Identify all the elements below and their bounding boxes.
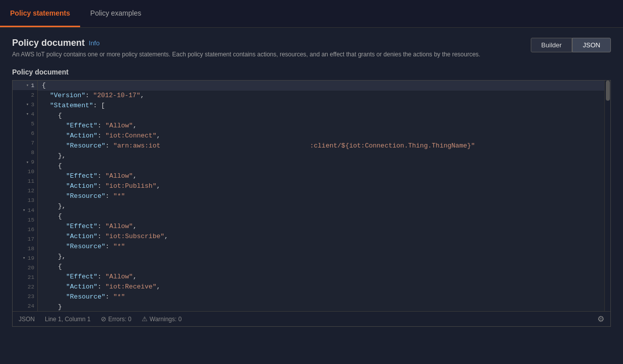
policy-doc-label: Policy document bbox=[12, 68, 611, 76]
errors-label: Errors: 0 bbox=[108, 316, 132, 323]
code-line-20: "Effect": "Allow", bbox=[38, 272, 604, 282]
code-line-3: "Statement": [ bbox=[38, 101, 604, 111]
code-line-6: "Action": "iot:Connect", bbox=[38, 131, 604, 141]
scrollbar[interactable] bbox=[604, 81, 610, 311]
editor-body: ▾ 1 2 ▾3 ▾4 5 6 7 8 ▾9 10 11 12 13 ▾14 1… bbox=[13, 81, 610, 311]
line-number-14: ▾14 bbox=[13, 205, 37, 215]
policy-description: An AWS IoT policy contains one or more p… bbox=[12, 51, 480, 58]
tab-policy-statements-label: Policy statements bbox=[10, 9, 70, 17]
status-bar: JSON Line 1, Column 1 ⊘ Errors: 0 ⚠ Warn… bbox=[13, 311, 610, 326]
code-line-17: "Resource": "*" bbox=[38, 242, 604, 252]
line-number-6: 6 bbox=[13, 128, 37, 138]
code-line-19: { bbox=[38, 262, 604, 272]
line-number-8: 8 bbox=[13, 148, 37, 158]
error-count: ⊘ Errors: 0 bbox=[101, 315, 132, 323]
settings-icon[interactable]: ⚙ bbox=[597, 314, 604, 324]
code-area[interactable]: { "Version": "2012-10-17", "Statement": … bbox=[38, 81, 604, 311]
line-number-7: 7 bbox=[13, 138, 37, 148]
editor-mode: JSON bbox=[19, 316, 35, 323]
tab-bar: Policy statements Policy examples bbox=[0, 0, 623, 28]
code-line-18: }, bbox=[38, 252, 604, 262]
line-number-9: ▾9 bbox=[13, 158, 37, 167]
info-link[interactable]: Info bbox=[89, 39, 100, 47]
policy-document-title-text: Policy document bbox=[12, 38, 85, 48]
error-icon: ⊘ bbox=[101, 315, 106, 323]
code-lines: { "Version": "2012-10-17", "Statement": … bbox=[38, 81, 604, 311]
code-line-16: "Action": "iot:Subscribe", bbox=[38, 232, 604, 242]
builder-button[interactable]: Builder bbox=[531, 38, 572, 52]
line-number-12: 12 bbox=[13, 186, 37, 196]
tab-policy-examples[interactable]: Policy examples bbox=[80, 0, 151, 27]
json-button[interactable]: JSON bbox=[572, 38, 611, 52]
warnings-label: Warnings: 0 bbox=[150, 316, 182, 323]
code-line-23: } bbox=[38, 302, 604, 311]
mode-label: JSON bbox=[19, 316, 35, 323]
code-line-7: "Resource": "arn:aws:iot :client/${iot:C… bbox=[38, 141, 604, 151]
line-number-10: 10 bbox=[13, 167, 37, 177]
line-number-15: 15 bbox=[13, 215, 37, 225]
line-number-5: 5 bbox=[13, 119, 37, 128]
warning-count: ⚠ Warnings: 0 bbox=[142, 315, 182, 323]
code-line-4: { bbox=[38, 111, 604, 121]
policy-header-left: Policy document Info An AWS IoT policy c… bbox=[12, 38, 480, 58]
code-line-13: }, bbox=[38, 201, 604, 211]
tab-policy-examples-label: Policy examples bbox=[90, 9, 141, 17]
line-number-11: 11 bbox=[13, 177, 37, 186]
line-number-19: ▾19 bbox=[13, 253, 37, 263]
line-number-17: 17 bbox=[13, 234, 37, 244]
position-label: Line 1, Column 1 bbox=[45, 316, 91, 323]
cursor-position: Line 1, Column 1 bbox=[45, 316, 91, 323]
code-line-11: "Action": "iot:Publish", bbox=[38, 181, 604, 191]
policy-editor[interactable]: ▾ 1 2 ▾3 ▾4 5 6 7 8 ▾9 10 11 12 13 ▾14 1… bbox=[12, 80, 611, 327]
code-line-15: "Effect": "Allow", bbox=[38, 222, 604, 232]
main-content: Policy document Info An AWS IoT policy c… bbox=[0, 28, 623, 337]
line-number-2: 2 bbox=[13, 90, 37, 100]
line-number-20: 20 bbox=[13, 263, 37, 272]
line-numbers: ▾ 1 2 ▾3 ▾4 5 6 7 8 ▾9 10 11 12 13 ▾14 1… bbox=[13, 81, 38, 311]
code-line-10: "Effect": "Allow", bbox=[38, 171, 604, 181]
code-line-14: { bbox=[38, 211, 604, 222]
line-number-22: 22 bbox=[13, 282, 37, 292]
line-number-18: 18 bbox=[13, 244, 37, 253]
code-line-5: "Effect": "Allow", bbox=[38, 121, 604, 131]
code-line-8: }, bbox=[38, 151, 604, 161]
policy-document-title: Policy document Info bbox=[12, 38, 480, 48]
view-mode-buttons: Builder JSON bbox=[531, 38, 611, 52]
fold-arrow-1: ▾ bbox=[25, 83, 30, 88]
policy-document-header: Policy document Info An AWS IoT policy c… bbox=[12, 38, 611, 58]
scrollbar-thumb[interactable] bbox=[606, 81, 610, 101]
code-line-21: "Action": "iot:Receive", bbox=[38, 282, 604, 292]
code-line-12: "Resource": "*" bbox=[38, 191, 604, 201]
line-number-16: 16 bbox=[13, 225, 37, 234]
line-number-21: 21 bbox=[13, 273, 37, 282]
code-line-22: "Resource": "*" bbox=[38, 292, 604, 302]
tab-policy-statements[interactable]: Policy statements bbox=[0, 0, 80, 27]
line-number-13: 13 bbox=[13, 196, 37, 205]
code-line-1: { bbox=[38, 81, 604, 91]
warning-icon: ⚠ bbox=[142, 315, 148, 323]
line-number-23: 23 bbox=[13, 292, 37, 302]
line-number-3: ▾3 bbox=[13, 100, 37, 109]
line-number-4: ▾4 bbox=[13, 109, 37, 119]
code-line-9: { bbox=[38, 161, 604, 171]
code-line-2: "Version": "2012-10-17", bbox=[38, 91, 604, 101]
line-number-24: 24 bbox=[13, 302, 37, 311]
line-number-1: ▾ 1 bbox=[13, 81, 37, 90]
